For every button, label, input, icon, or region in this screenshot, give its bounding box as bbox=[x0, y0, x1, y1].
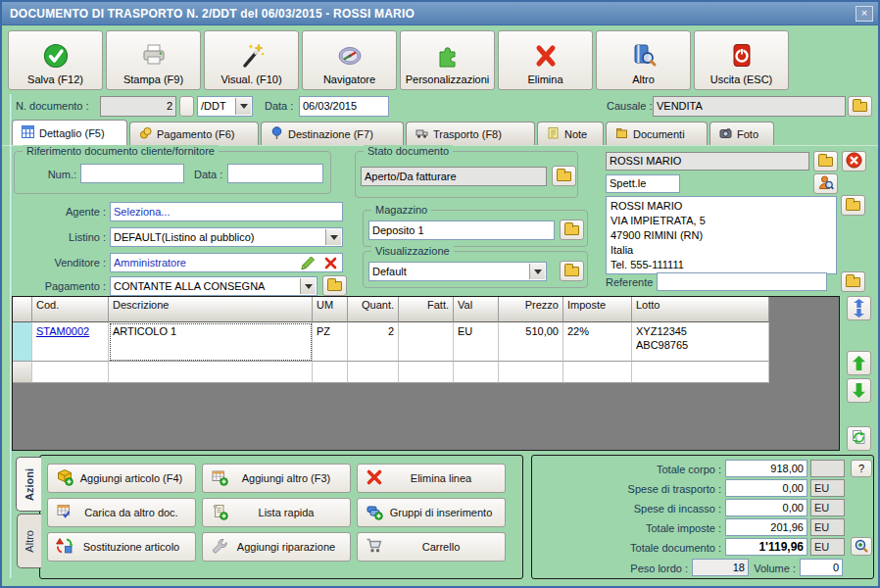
navigator-button[interactable]: Navigatore bbox=[302, 30, 397, 90]
magazzino-field[interactable]: Deposito 1 bbox=[368, 220, 555, 240]
item-quantity-cell[interactable]: 2 bbox=[348, 322, 399, 362]
add-other-button[interactable]: Aggiungi altro (F3) bbox=[202, 464, 351, 493]
item-fatt-cell[interactable] bbox=[399, 322, 454, 362]
chevron-down-icon[interactable] bbox=[325, 229, 341, 245]
referente-field[interactable] bbox=[657, 272, 827, 291]
table-row[interactable]: STAM0002 ARTICOLO 1 PZ 2 EU 510,00 22% X… bbox=[13, 322, 839, 362]
pagamento-folder-button[interactable] bbox=[322, 275, 347, 296]
grid-header-fatt[interactable]: Fatt. bbox=[399, 297, 454, 322]
power-icon bbox=[727, 40, 757, 72]
item-description-cell[interactable]: ARTICOLO 1 bbox=[109, 322, 313, 362]
item-lot-cell[interactable]: XYZ12345 ABC98765 bbox=[632, 322, 769, 362]
causale-field[interactable]: VENDITA bbox=[653, 96, 846, 117]
insert-groups-button[interactable]: Gruppi di inserimento bbox=[357, 498, 506, 527]
rif-data-field[interactable] bbox=[227, 164, 323, 183]
magazzino-folder-button[interactable] bbox=[560, 220, 584, 240]
tab-foto[interactable]: Foto bbox=[709, 122, 774, 145]
grid-header-quant[interactable]: Quant. bbox=[348, 297, 399, 322]
visualizzazione-select[interactable]: Default bbox=[368, 262, 547, 281]
customizations-button[interactable]: Personalizzazioni bbox=[400, 30, 495, 90]
pencil-icon[interactable] bbox=[299, 254, 317, 273]
other-button[interactable]: Altro bbox=[596, 30, 691, 90]
grid-header-descrizione[interactable]: Descrizione bbox=[109, 297, 313, 322]
stato-folder-button[interactable] bbox=[552, 166, 576, 186]
tab-pagamento[interactable]: Pagamento (F6) bbox=[129, 122, 259, 145]
customer-search-button[interactable] bbox=[813, 173, 838, 194]
preview-button[interactable]: Visual. (F10) bbox=[204, 30, 299, 90]
empty-row[interactable] bbox=[13, 362, 839, 383]
save-button[interactable]: Salva (F12) bbox=[8, 30, 103, 90]
add-article-button[interactable]: Aggiungi articolo (F4) bbox=[47, 464, 196, 493]
tab-note[interactable]: Note bbox=[537, 122, 604, 145]
chevron-down-icon[interactable] bbox=[300, 278, 316, 294]
tab-trasporto[interactable]: Trasporto (F8) bbox=[406, 122, 535, 145]
item-price-cell[interactable]: 510,00 bbox=[499, 322, 563, 362]
item-currency-cell[interactable]: EU bbox=[454, 322, 499, 362]
customer-folder-button[interactable] bbox=[813, 151, 838, 172]
load-from-doc-button[interactable]: Carica da altro doc. bbox=[47, 498, 196, 527]
tab-altro[interactable]: Altro bbox=[17, 514, 41, 568]
rif-num-field[interactable] bbox=[80, 164, 184, 183]
customer-delete-button[interactable] bbox=[842, 151, 866, 172]
delete-line-button[interactable]: Elimina linea bbox=[357, 464, 506, 493]
doc-type-select[interactable]: /DDT bbox=[197, 96, 253, 117]
clear-x-icon[interactable] bbox=[323, 256, 338, 272]
tab-destinazione[interactable]: Destinazione (F7) bbox=[261, 122, 404, 145]
doc-number-field[interactable]: 2 bbox=[100, 96, 176, 117]
help-button[interactable]: ? bbox=[851, 460, 872, 477]
peso-lordo-label: Peso lordo : bbox=[580, 563, 688, 574]
causale-folder-button[interactable] bbox=[848, 96, 872, 117]
volume-field[interactable]: 0 bbox=[800, 559, 843, 576]
doc-date-field[interactable]: 06/03/2015 bbox=[299, 96, 389, 117]
chevron-down-icon[interactable] bbox=[529, 264, 545, 279]
exit-button[interactable]: Uscita (ESC) bbox=[694, 30, 789, 90]
item-tax-cell[interactable]: 22% bbox=[563, 322, 632, 362]
delete-button[interactable]: Elimina bbox=[498, 30, 593, 90]
listino-select[interactable]: DEFAULT(Listino al pubblico) bbox=[110, 227, 343, 247]
peso-lordo-field[interactable]: 18 bbox=[692, 559, 749, 576]
tab-dettaglio[interactable]: Dettaglio (F5) bbox=[12, 120, 127, 145]
doc-number-spin-button[interactable] bbox=[179, 96, 194, 117]
totale-corpo-label: Totale corpo : bbox=[539, 464, 721, 475]
save-check-icon bbox=[41, 40, 71, 72]
grid-header-imposte[interactable]: Imposte bbox=[563, 297, 632, 322]
grid-refresh-button[interactable] bbox=[847, 426, 871, 451]
add-repair-button[interactable]: Aggiungi riparazione bbox=[202, 532, 351, 562]
titlebar: DOCUMENTO DI TRASPORTO N. 2/DDT del 06/0… bbox=[2, 2, 878, 25]
totale-zoom-button[interactable] bbox=[851, 537, 872, 556]
spese-trasporto-value[interactable]: 0,00 bbox=[725, 479, 807, 497]
row-up-button[interactable] bbox=[847, 351, 871, 375]
row-move-button[interactable] bbox=[847, 296, 871, 320]
replace-article-button[interactable]: Sostituzione articolo bbox=[47, 532, 196, 562]
quick-list-button[interactable]: Lista rapida bbox=[202, 498, 351, 527]
spese-incasso-label: Spese di incasso : bbox=[539, 503, 721, 514]
item-um-cell[interactable]: PZ bbox=[313, 322, 348, 362]
tab-documenti[interactable]: Documenti bbox=[606, 122, 708, 145]
print-button[interactable]: Stampa (F9) bbox=[106, 30, 201, 90]
item-code-link[interactable]: STAM0002 bbox=[36, 325, 89, 337]
grid-header-val[interactable]: Val bbox=[454, 297, 499, 322]
agente-field[interactable]: Seleziona... bbox=[110, 202, 343, 221]
stato-field[interactable]: Aperto/Da fatturare bbox=[361, 167, 547, 186]
pagamento-select[interactable]: CONTANTE ALLA CONSEGNA bbox=[110, 276, 318, 296]
address-folder-button[interactable] bbox=[841, 195, 865, 216]
grid-header-prezzo[interactable]: Prezzo bbox=[499, 297, 563, 322]
close-button[interactable]: × bbox=[856, 6, 873, 22]
grid-check-icon bbox=[56, 503, 73, 522]
grid-header-um[interactable]: UM bbox=[313, 297, 348, 322]
row-down-button[interactable] bbox=[847, 378, 871, 403]
visualizzazione-folder-button[interactable] bbox=[560, 261, 584, 281]
tab-azioni[interactable]: Azioni bbox=[16, 457, 41, 512]
other-label: Altro bbox=[632, 74, 655, 85]
customer-address-box[interactable]: ROSSI MARIO VIA IMPIETRATA, 5 47900 RIMI… bbox=[606, 196, 837, 274]
salutation-field[interactable]: Spett.le bbox=[606, 174, 680, 193]
grid-header-lotto[interactable]: Lotto bbox=[632, 297, 769, 322]
chevron-down-icon[interactable] bbox=[235, 98, 251, 115]
spese-incasso-value[interactable]: 0,00 bbox=[725, 499, 807, 516]
yellow-box-plus-icon bbox=[56, 468, 73, 488]
referente-folder-button[interactable] bbox=[841, 271, 865, 292]
row-selector-cell[interactable] bbox=[13, 322, 32, 362]
customer-name-field[interactable]: ROSSI MARIO bbox=[606, 152, 809, 171]
grid-header-cod[interactable]: Cod. bbox=[32, 297, 109, 322]
cart-button[interactable]: Carrello bbox=[357, 532, 506, 562]
